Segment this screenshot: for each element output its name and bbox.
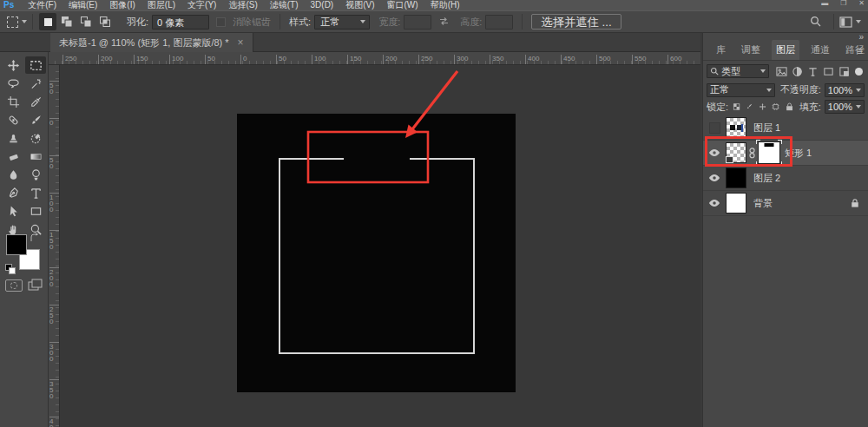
- document-canvas[interactable]: [237, 114, 516, 392]
- eraser-tool[interactable]: [3, 148, 23, 165]
- screen-mode-button[interactable]: [28, 279, 43, 292]
- menu-item[interactable]: 文字(Y): [187, 0, 216, 10]
- add-selection-button[interactable]: [58, 13, 76, 30]
- panel-tab-图层[interactable]: 图层: [772, 40, 799, 60]
- intersect-selection-button[interactable]: [96, 13, 114, 30]
- menu-item[interactable]: 视图(V): [345, 0, 374, 10]
- panel-tab-路径[interactable]: 路径: [841, 40, 868, 60]
- panel-menu-icon[interactable]: ≡: [857, 45, 863, 57]
- visibility-toggle[interactable]: [703, 174, 726, 182]
- blur-tool[interactable]: [3, 166, 23, 183]
- menu-item[interactable]: 窗口(W): [387, 0, 418, 10]
- mask-link-icon[interactable]: [748, 147, 756, 160]
- lock-transparency-icon[interactable]: [733, 102, 740, 112]
- fill-dropdown[interactable]: 100%: [825, 100, 865, 114]
- quick-selection-tool[interactable]: [25, 75, 46, 92]
- layer-name[interactable]: 图层 2: [753, 172, 780, 185]
- filter-toggle-icon[interactable]: [855, 68, 863, 76]
- layer-row-layer1[interactable]: 图层 1: [703, 115, 868, 141]
- tool-preset[interactable]: [7, 16, 27, 28]
- background-lock-icon: [851, 198, 859, 208]
- close-window-icon[interactable]: ✕: [858, 0, 865, 7]
- restore-icon[interactable]: ❐: [840, 0, 846, 7]
- menu-item[interactable]: 帮助(H): [431, 0, 460, 10]
- workspace-switcher[interactable]: [839, 16, 861, 28]
- antialias-checkbox[interactable]: [216, 17, 226, 27]
- foreground-color-swatch[interactable]: [6, 234, 27, 255]
- opacity-dropdown[interactable]: 100%: [825, 83, 865, 97]
- quick-mask-button[interactable]: [5, 279, 23, 292]
- minimize-icon[interactable]: ▬: [821, 0, 828, 7]
- lock-artboard-icon[interactable]: [772, 102, 779, 112]
- menu-item[interactable]: 文件(F): [28, 0, 56, 10]
- filter-adjustment-layers-icon[interactable]: [792, 66, 803, 77]
- document-tab[interactable]: 未标题-1 @ 110% (矩形 1, 图层蒙版/8) * ×: [50, 33, 253, 52]
- search-icon: [710, 67, 719, 76]
- layer-mask-thumbnail[interactable]: [758, 141, 780, 164]
- ruler-tick-label: 0: [49, 118, 59, 126]
- rectangular-marquee-tool[interactable]: [25, 56, 46, 74]
- height-input[interactable]: [485, 15, 513, 30]
- menu-item[interactable]: 图层(L): [148, 0, 175, 10]
- layer1-thumbnail[interactable]: [726, 117, 746, 138]
- crop-tool[interactable]: [3, 93, 23, 110]
- menu-item[interactable]: 选择(S): [228, 0, 257, 10]
- gradient-tool[interactable]: [25, 148, 46, 165]
- ruler-tick-label: 350: [490, 55, 503, 65]
- lock-position-icon[interactable]: [759, 102, 766, 112]
- layer-name[interactable]: 图层 1: [753, 122, 780, 135]
- style-dropdown[interactable]: 正常: [314, 15, 370, 30]
- lock-all-icon[interactable]: [786, 102, 793, 112]
- select-and-mask-button[interactable]: 选择并遮住 ...: [531, 14, 621, 30]
- menu-item[interactable]: 编辑(E): [69, 0, 97, 10]
- panel-tab-通道[interactable]: 通道: [806, 40, 834, 60]
- filter-kind-dropdown[interactable]: 类型: [707, 64, 769, 78]
- filter-pixel-layers-icon[interactable]: [776, 66, 787, 77]
- panel-tab-调整[interactable]: 调整: [737, 40, 765, 60]
- move-tool[interactable]: [3, 56, 23, 74]
- fill-label: 填充:: [799, 101, 821, 114]
- type-tool[interactable]: [25, 184, 46, 201]
- dodge-tool[interactable]: [25, 166, 46, 183]
- rectangle-shape-tool[interactable]: [25, 202, 46, 220]
- history-brush-tool[interactable]: [25, 129, 46, 147]
- layer-row-background[interactable]: 背景: [703, 191, 868, 216]
- menu-item[interactable]: 3D(D): [311, 0, 334, 10]
- new-selection-button[interactable]: [39, 13, 56, 30]
- width-input[interactable]: [404, 15, 431, 30]
- panel-tab-库[interactable]: 库: [712, 40, 730, 60]
- visibility-toggle[interactable]: [703, 148, 726, 157]
- feather-input[interactable]: 0 像素: [152, 15, 209, 30]
- brush-tool[interactable]: [25, 111, 46, 128]
- blend-mode-dropdown[interactable]: 正常: [707, 83, 775, 97]
- path-selection-tool[interactable]: [3, 202, 23, 220]
- clone-stamp-tool[interactable]: [3, 129, 23, 147]
- swap-colors-icon[interactable]: [30, 233, 42, 243]
- lasso-tool[interactable]: [3, 75, 23, 92]
- filter-smart-objects-icon[interactable]: [838, 66, 850, 77]
- subtract-selection-button[interactable]: [77, 13, 95, 30]
- eyedropper-tool[interactable]: [25, 93, 46, 110]
- background-thumbnail[interactable]: [726, 193, 746, 214]
- layer-row-layer2[interactable]: 图层 2: [703, 166, 868, 191]
- canvas-pasteboard[interactable]: [60, 65, 700, 427]
- layer-row-rectangle1[interactable]: 矩形 1: [703, 141, 868, 166]
- visibility-toggle[interactable]: [703, 199, 726, 207]
- width-label: 宽度:: [378, 16, 400, 29]
- close-tab-icon[interactable]: ×: [238, 36, 244, 49]
- spot-healing-brush-tool[interactable]: [3, 111, 23, 128]
- layer-name[interactable]: 背景: [753, 197, 773, 210]
- layer-name[interactable]: 矩形 1: [785, 147, 812, 160]
- visibility-toggle[interactable]: [703, 122, 726, 134]
- pen-tool[interactable]: [3, 184, 23, 201]
- menu-item[interactable]: 滤镜(T): [270, 0, 299, 10]
- eye-icon: [708, 174, 720, 182]
- layer2-thumbnail[interactable]: [726, 168, 746, 188]
- menu-item[interactable]: 图像(I): [109, 0, 135, 10]
- search-icon[interactable]: [810, 16, 821, 29]
- filter-type-layers-icon[interactable]: [807, 66, 819, 77]
- swap-dimensions-icon[interactable]: [438, 16, 450, 28]
- filter-shape-layers-icon[interactable]: [823, 66, 834, 77]
- shape-thumbnail[interactable]: [726, 142, 746, 163]
- lock-image-icon[interactable]: [746, 102, 753, 112]
